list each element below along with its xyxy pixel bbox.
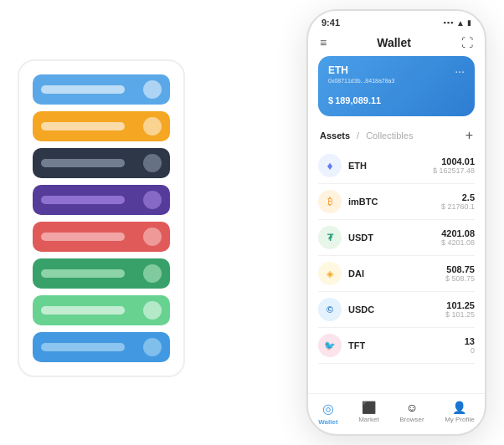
eth-icon: ♦	[318, 154, 342, 177]
browser-nav-icon: ☺	[406, 401, 418, 414]
phone-header: ≡ Wallet ⛶	[308, 31, 485, 56]
profile-nav-icon: 👤	[452, 401, 466, 414]
expand-icon[interactable]: ⛶	[461, 36, 473, 49]
card-dot	[143, 338, 162, 356]
list-item[interactable]	[33, 295, 170, 325]
table-row[interactable]: ♦ ETH 1004.01 $ 162517.48	[318, 148, 475, 184]
list-item[interactable]	[33, 111, 170, 141]
card-bar	[41, 85, 125, 94]
asset-values: 101.25 $ 101.25	[445, 300, 475, 319]
card-dot	[143, 301, 162, 320]
assets-list: ♦ ETH 1004.01 $ 162517.48 ₿ imBTC 2.5 $ …	[308, 148, 485, 393]
list-item[interactable]	[33, 148, 170, 178]
asset-usd: $ 162517.48	[433, 166, 475, 175]
list-item[interactable]	[33, 332, 170, 362]
asset-values: 508.75 $ 508.75	[445, 264, 475, 283]
asset-amount: 2.5	[441, 192, 475, 202]
asset-usd: $ 101.25	[445, 310, 475, 319]
asset-usd: $ 21760.1	[441, 202, 475, 211]
list-item[interactable]	[33, 258, 170, 289]
eth-card-menu[interactable]: ···	[455, 64, 465, 78]
bottom-nav: ◎ Wallet ⬛ Market ☺ Browser 👤 My Profile	[308, 393, 485, 434]
signal-icon: ▪▪▪	[444, 18, 455, 27]
asset-usd: $ 4201.08	[441, 238, 475, 247]
card-dot	[143, 80, 162, 99]
card-bar	[41, 122, 125, 130]
card-bar	[41, 159, 125, 167]
dai-icon: ◈	[318, 262, 342, 285]
status-time: 9:41	[321, 18, 340, 28]
card-bar	[41, 196, 125, 204]
page-title: Wallet	[377, 36, 411, 49]
asset-usd: $ 508.75	[445, 274, 475, 283]
usdt-icon: ₮	[318, 226, 342, 249]
card-bar	[41, 343, 125, 351]
card-dot	[143, 117, 162, 136]
nav-wallet[interactable]: ◎ Wallet	[318, 401, 337, 426]
wallet-nav-icon: ◎	[322, 401, 334, 417]
imbtc-icon: ₿	[318, 190, 342, 213]
asset-amount: 4201.08	[441, 228, 475, 238]
currency-symbol: $	[328, 95, 333, 105]
eth-card-amount: $189,089.11	[328, 89, 465, 108]
menu-icon[interactable]: ≡	[320, 36, 327, 49]
asset-name: ETH	[348, 161, 433, 171]
battery-icon: ▮	[467, 18, 471, 27]
card-stack	[18, 59, 185, 377]
list-item[interactable]	[33, 74, 170, 105]
nav-wallet-label: Wallet	[318, 418, 337, 426]
asset-amount: 101.25	[445, 300, 475, 310]
asset-amount: 508.75	[445, 264, 475, 274]
asset-name: TFT	[348, 340, 465, 350]
status-bar: 9:41 ▪▪▪ ▲ ▮	[308, 11, 485, 31]
card-dot	[143, 191, 162, 209]
asset-values: 1004.01 $ 162517.48	[433, 156, 475, 175]
list-item[interactable]	[33, 185, 170, 215]
asset-amount: 13	[465, 336, 475, 346]
asset-name: USDC	[348, 304, 445, 315]
asset-name: DAI	[348, 269, 445, 279]
assets-header: Assets / Collectibles +	[308, 125, 485, 148]
eth-card[interactable]: ETH 0x08711d3b...8418a78a3 $189,089.11 ·…	[318, 56, 475, 116]
tab-separator: /	[357, 130, 359, 141]
asset-name: imBTC	[348, 197, 441, 207]
nav-profile[interactable]: 👤 My Profile	[445, 401, 475, 426]
tab-collectibles[interactable]: Collectibles	[366, 130, 413, 141]
asset-name: USDT	[348, 233, 441, 243]
eth-card-address: 0x08711d3b...8418a78a3	[328, 78, 465, 84]
asset-values: 2.5 $ 21760.1	[441, 192, 475, 211]
card-bar	[41, 233, 125, 241]
table-row[interactable]: © USDC 101.25 $ 101.25	[318, 292, 475, 328]
eth-card-label: ETH	[328, 64, 465, 76]
table-row[interactable]: ₮ USDT 4201.08 $ 4201.08	[318, 220, 475, 256]
nav-browser[interactable]: ☺ Browser	[399, 401, 424, 426]
add-asset-button[interactable]: +	[465, 128, 473, 143]
phone-mockup: 9:41 ▪▪▪ ▲ ▮ ≡ Wallet ⛶ ETH 0x08711d3b..…	[306, 9, 486, 436]
market-nav-icon: ⬛	[362, 401, 376, 414]
card-dot	[143, 228, 162, 246]
nav-profile-label: My Profile	[445, 416, 475, 423]
card-bar	[41, 269, 125, 278]
table-row[interactable]: ◈ DAI 508.75 $ 508.75	[318, 256, 475, 292]
tab-assets[interactable]: Assets	[320, 130, 350, 141]
asset-values: 13 0	[465, 336, 475, 355]
card-dot	[143, 154, 162, 172]
asset-amount: 1004.01	[433, 156, 475, 166]
nav-browser-label: Browser	[399, 416, 424, 423]
table-row[interactable]: 🐦 TFT 13 0	[318, 328, 475, 364]
scene: 9:41 ▪▪▪ ▲ ▮ ≡ Wallet ⛶ ETH 0x08711d3b..…	[9, 9, 495, 436]
nav-market[interactable]: ⬛ Market	[358, 401, 378, 426]
wifi-icon: ▲	[456, 18, 465, 28]
nav-market-label: Market	[358, 416, 378, 423]
card-bar	[41, 306, 125, 315]
assets-tabs: Assets / Collectibles	[320, 130, 413, 141]
asset-values: 4201.08 $ 4201.08	[441, 228, 475, 247]
status-icons: ▪▪▪ ▲ ▮	[444, 18, 471, 28]
card-dot	[143, 264, 162, 283]
asset-usd: 0	[465, 346, 475, 355]
usdc-icon: ©	[318, 298, 342, 321]
table-row[interactable]: ₿ imBTC 2.5 $ 21760.1	[318, 184, 475, 220]
tft-icon: 🐦	[318, 334, 342, 357]
list-item[interactable]	[33, 222, 170, 252]
